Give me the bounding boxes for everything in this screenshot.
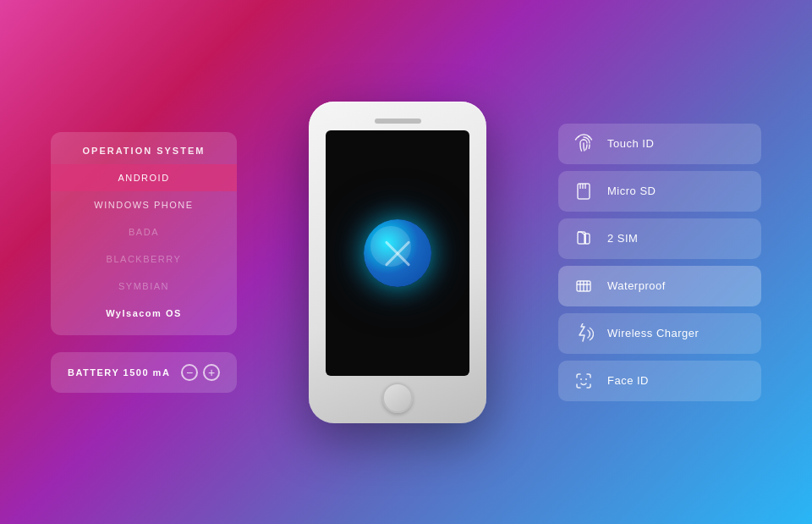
sim-icon (572, 227, 595, 251)
main-container: OPERATION SYSTEM ANDROID WINDOWS PHONE B… (0, 0, 812, 524)
phone-screen (326, 130, 469, 376)
phone-speaker (375, 119, 421, 124)
touch-id-label: Touch ID (607, 137, 654, 150)
feature-waterproof[interactable]: Waterproof (558, 266, 761, 306)
feature-wireless-charger[interactable]: Wireless Charger (558, 313, 761, 354)
svg-rect-0 (578, 184, 590, 199)
os-item-wylsacom[interactable]: Wylsacom OS (51, 300, 237, 327)
os-item-symbian[interactable]: SYMBIAN (51, 273, 237, 300)
orb-decoration (364, 219, 431, 287)
face-id-icon (572, 369, 595, 393)
center-phone (237, 102, 558, 423)
phone-orb (364, 219, 431, 287)
os-item-blackberry[interactable]: BLACKBERRY (51, 245, 237, 273)
phone-home-button[interactable] (382, 383, 413, 412)
wireless-charger-icon (572, 322, 595, 345)
fingerprint-icon (572, 132, 595, 156)
feature-face-id[interactable]: Face ID (558, 361, 761, 401)
left-panel: OPERATION SYSTEM ANDROID WINDOWS PHONE B… (51, 132, 237, 393)
battery-panel: BATTERY 1500 mA − + (51, 352, 237, 393)
battery-controls: − + (181, 364, 220, 381)
sim-label: 2 SIM (607, 232, 638, 245)
os-item-android[interactable]: ANDROID (51, 164, 237, 191)
feature-sim[interactable]: 2 SIM (558, 218, 761, 259)
os-item-bada[interactable]: BADA (51, 218, 237, 245)
right-panel: Touch ID Micro SD (558, 124, 761, 401)
os-title: OPERATION SYSTEM (83, 146, 206, 156)
phone-body (309, 102, 486, 423)
waterproof-label: Waterproof (607, 279, 666, 292)
battery-plus-button[interactable]: + (203, 364, 220, 381)
phone-wrapper (309, 102, 486, 423)
waterproof-icon (572, 274, 595, 298)
feature-micro-sd[interactable]: Micro SD (558, 171, 761, 212)
os-panel: OPERATION SYSTEM ANDROID WINDOWS PHONE B… (51, 132, 237, 335)
feature-touch-id[interactable]: Touch ID (558, 124, 761, 164)
battery-minus-button[interactable]: − (181, 364, 198, 381)
battery-label: BATTERY 1500 mA (68, 367, 170, 378)
os-item-windows[interactable]: WINDOWS PHONE (51, 191, 237, 218)
micro-sd-label: Micro SD (607, 185, 656, 197)
wireless-charger-label: Wireless Charger (607, 327, 699, 339)
face-id-label: Face ID (607, 374, 649, 387)
sd-card-icon (572, 179, 595, 203)
